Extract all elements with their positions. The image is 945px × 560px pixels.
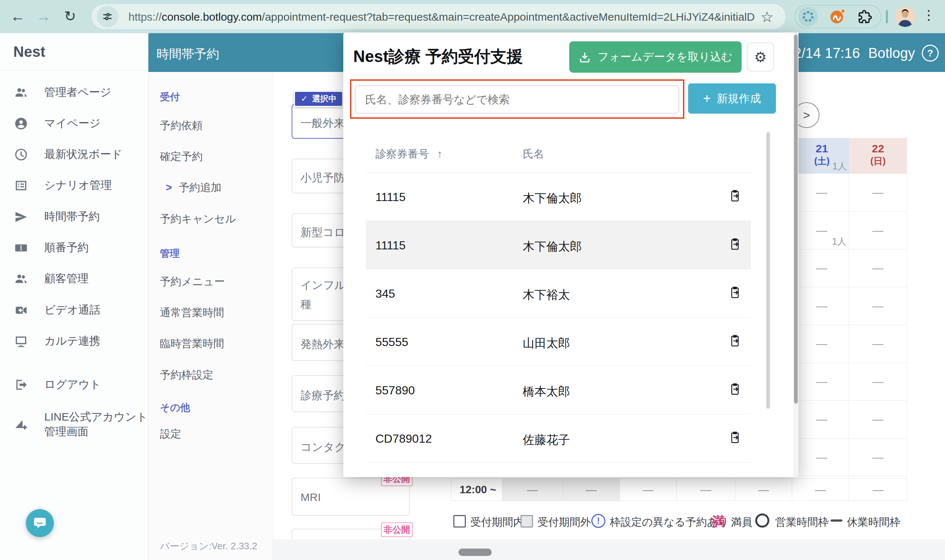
copy-to-form-icon[interactable] [729,238,740,251]
list-scrollbar-thumb[interactable] [766,132,770,409]
calendar-cell[interactable]: — [849,478,907,501]
browser-reload-icon[interactable]: ↻ [59,8,81,25]
calendar-cell[interactable]: — [792,478,849,501]
subsidebar-item-add-booking[interactable]: >予約追加 [166,180,222,195]
empty-slot-dash: — [872,224,883,237]
calendar-cell[interactable]: — [849,363,907,401]
calendar-cell[interactable]: — [795,325,849,363]
bookmark-star-icon[interactable]: ☆ [760,8,774,25]
extensions-puzzle-icon[interactable] [856,9,872,25]
sub-sidebar: 受付 予約依頼 確定予約 >予約追加 予約キャンセル 管理 予約メニュー 通常営… [148,72,273,560]
sidebar-item-logout[interactable]: ログアウト [14,377,101,392]
copy-to-form-icon[interactable] [729,431,740,444]
chat-launcher-button[interactable] [26,509,54,537]
table-row[interactable]: 557890 橋本太郎 [366,366,751,414]
extension-swirl-icon[interactable] [801,9,815,24]
extension-orange-icon[interactable] [829,8,845,25]
subsidebar-item-temporary-hours[interactable]: 臨時営業時間 [160,337,224,351]
subsidebar-item-booking-request[interactable]: 予約依頼 [160,118,203,133]
calendar-cell[interactable]: — [676,478,735,501]
profile-avatar[interactable] [895,6,916,27]
calendar-cell[interactable]: — [620,478,676,501]
calendar-day-sat[interactable]: 21 (土) 1人 [795,138,849,174]
calendar-cell[interactable]: — [795,363,849,401]
site-info-icon[interactable] [97,6,118,27]
calendar-cell[interactable]: — [795,174,849,212]
subsidebar-item-cancel-booking[interactable]: 予約キャンセル [160,212,236,226]
page-title: 時間帯予約 [157,46,219,63]
sidebar-item-line1: LINE公式アカウント [44,409,148,424]
calendar-cell[interactable]: — [795,288,849,325]
browser-menu-kebab-icon[interactable]: ⋮ [922,8,936,23]
ticket-icon [14,241,28,255]
copy-to-form-icon[interactable] [729,286,740,299]
sort-ascending-icon: ↑ [437,148,442,160]
browser-forward-icon[interactable]: → [32,8,55,25]
selected-badge-label: 選択中 [312,93,336,105]
sidebar-item-my-page[interactable]: マイページ [14,116,101,131]
patient-search-input[interactable] [355,85,679,114]
browser-back-icon[interactable]: ← [7,8,29,25]
legend-label-closed-hours: 休業時間枠 [847,515,900,530]
calendar-cell[interactable]: — [849,325,907,363]
sidebar-item-queue-booking[interactable]: 順番予約 [14,240,89,255]
horizontal-scrollbar-thumb[interactable] [458,549,492,556]
subsidebar-item-confirmed-booking[interactable]: 確定予約 [160,149,203,164]
sidebar-item-video-call[interactable]: ビデオ通話 [14,303,100,318]
help-icon[interactable]: ? [922,45,939,62]
column-header-card-number[interactable]: 診察券番号 ↑ [375,147,442,162]
legend-inside-period-box[interactable] [453,515,466,528]
sidebar-item-status-board[interactable]: 最新状況ボード [14,147,122,162]
sidebar-item-label: 顧客管理 [44,271,89,286]
sidebar-item-customer-mgmt[interactable]: 顧客管理 [14,271,89,286]
sidebar-item-label: ログアウト [44,377,101,392]
table-row[interactable]: 55555 山田太郎 [366,318,751,366]
calendar-cell[interactable]: — [795,401,849,438]
subsidebar-item-regular-hours[interactable]: 通常営業時間 [160,305,224,320]
column-header-name[interactable]: 氏名 [523,147,544,162]
patient-table: 11115 木下倫太郎 11115 木下倫太郎 345 木下裕太 55555 山… [366,172,751,173]
address-bar[interactable]: https://console.botlogy.com/appointment-… [91,4,786,29]
table-row[interactable]: 345 木下裕太 [366,269,751,318]
import-form-data-button[interactable]: フォームデータを取り込む [569,41,742,73]
sidebar-item-admin-page[interactable]: 管理者ページ [14,85,111,100]
table-row-highlighted[interactable]: 11115 木下倫太郎 [366,221,751,269]
calendar-cell[interactable]: — [849,249,907,288]
calendar-day-sun[interactable]: 22 (日) [849,138,907,174]
calendar-cell-outside[interactable]: — [502,478,563,501]
create-new-button[interactable]: + 新規作成 [688,83,776,114]
sidebar-item-chart-link[interactable]: カルテ連携 [14,334,100,349]
copy-to-form-icon[interactable] [729,189,740,202]
calendar-cell[interactable]: — [795,438,849,476]
settings-gear-button[interactable]: ⚙ [747,42,774,72]
modal-scrollbar-thumb[interactable] [794,35,798,403]
calendar-cell[interactable]: — [735,478,792,501]
calendar-cell[interactable]: — 1人 [795,212,849,249]
calendar-cell[interactable]: — [849,212,907,249]
calendar-cell-outside[interactable]: — [563,478,620,501]
empty-slot-dash: — [816,262,827,274]
day-number: 22 [849,142,907,155]
subsidebar-item-slot-settings[interactable]: 予約枠設定 [160,368,213,383]
calendar-cell[interactable]: — [849,438,907,476]
table-row[interactable]: 11115 木下倫太郎 [366,173,751,221]
line-account-gear-icon [14,417,28,431]
sidebar-item-scenario[interactable]: シナリオ管理 [14,178,112,193]
calendar-cell[interactable]: — [849,174,907,212]
modal-scrollbar-track[interactable] [793,32,799,477]
copy-to-form-icon[interactable] [729,335,740,347]
calendar-cell[interactable]: — [849,288,907,325]
calendar-cell[interactable]: — [849,401,907,438]
table-row[interactable]: CD789012 佐藤花子 [366,414,751,463]
browser-toolbar: ← → ↻ https://console.botlogy.com/appoin… [0,0,945,33]
url-text[interactable]: https://console.botlogy.com/appointment-… [128,10,756,24]
sidebar-item-timeslot-booking[interactable]: 時間帯予約 [14,209,100,224]
subsidebar-item-booking-menu[interactable]: 予約メニュー [160,274,225,289]
legend-label-mismatched-booking: 枠設定の異なる予約あり [610,515,729,530]
copy-to-form-icon[interactable] [729,383,740,395]
calendar-cell[interactable]: — [795,249,849,288]
subsidebar-section-reception: 受付 [160,91,180,104]
sidebar-item-line-admin[interactable]: LINE公式アカウント 管理画面 [14,409,148,439]
empty-slot-dash: — [872,375,883,388]
subsidebar-item-settings[interactable]: 設定 [160,427,181,442]
